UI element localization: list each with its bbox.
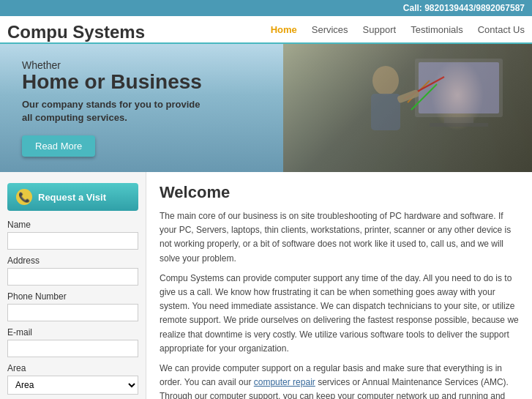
nav-item-support[interactable]: Support <box>363 24 397 35</box>
header: Compu Systems Home Services Support Test… <box>0 16 532 42</box>
phone-input[interactable] <box>7 304 138 321</box>
phone-icon: 📞 <box>16 189 32 205</box>
request-visit-label: Request a Visit <box>38 192 106 203</box>
hero-svg <box>283 44 532 172</box>
nav: Home Services Support Testimonials Conta… <box>271 24 525 41</box>
content-para3: We can provide computer support on a reg… <box>160 362 519 399</box>
site-title: Compu Systems <box>7 22 145 42</box>
content-area: Welcome The main core of our business is… <box>146 172 532 399</box>
nav-item-testimonials[interactable]: Testimonials <box>411 24 463 35</box>
phone-label: Phone Number <box>7 291 138 302</box>
name-input[interactable] <box>7 232 138 250</box>
name-label: Name <box>7 220 138 230</box>
hero-headline: Home or Business <box>22 71 202 94</box>
hero-subtext: Our company stands for you to provideall… <box>22 98 202 124</box>
svg-point-7 <box>372 66 399 95</box>
request-visit-button[interactable]: 📞 Request a Visit <box>7 183 138 211</box>
sidebar: 📞 Request a Visit Name Address Phone Num… <box>0 172 146 399</box>
svg-rect-8 <box>371 94 400 130</box>
computer-repair-link[interactable]: computer repair <box>254 377 315 387</box>
address-label: Address <box>7 256 138 266</box>
email-label: E-mail <box>7 327 138 338</box>
area-select[interactable]: Area <box>7 376 138 395</box>
hero-text: Whether Home or Business Our company sta… <box>0 45 224 171</box>
content-para1: The main core of our business is on site… <box>160 209 519 266</box>
svg-rect-2 <box>444 117 473 123</box>
hero-image <box>283 44 532 172</box>
svg-rect-3 <box>430 123 488 127</box>
email-input[interactable] <box>7 340 138 357</box>
nav-item-services[interactable]: Services <box>312 24 348 35</box>
area-label: Area <box>7 363 138 373</box>
nav-item-home[interactable]: Home <box>271 24 297 35</box>
svg-rect-1 <box>419 62 499 113</box>
top-bar: Call: 9820139443/9892067587 <box>0 0 532 16</box>
hero-whether: Whether <box>22 59 61 71</box>
nav-item-contact[interactable]: Contact Us <box>478 24 525 35</box>
welcome-title: Welcome <box>160 183 519 202</box>
address-input[interactable] <box>7 268 138 286</box>
main-content: 📞 Request a Visit Name Address Phone Num… <box>0 172 532 399</box>
content-para2: Compu Systems can provide computer suppo… <box>160 272 519 356</box>
read-more-button[interactable]: Read More <box>22 135 95 157</box>
phone-number: Call: 9820139443/9892067587 <box>403 3 525 13</box>
hero-banner: Whether Home or Business Our company sta… <box>0 44 532 172</box>
